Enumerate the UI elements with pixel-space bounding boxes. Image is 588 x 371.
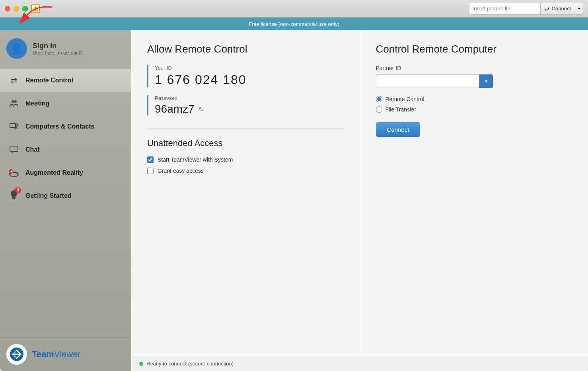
nav-items: ⇄ Remote Control Meeting [0,67,131,337]
titlebar-partner-id-input[interactable] [469,3,541,15]
titlebar-connect-button[interactable]: ⇄ Connect [541,3,575,15]
svg-rect-3 [10,123,16,127]
sign-in-text[interactable]: Sign In [33,42,83,50]
computers-contacts-icon [8,121,20,133]
partner-id-section: Partner ID ▾ [376,65,572,88]
meeting-label: Meeting [25,100,49,107]
connection-type-radio-group: Remote Control File Transfer [376,96,572,113]
partner-input-row: ▾ [376,74,572,88]
content-main: Allow Remote Control Your ID 1 676 024 1… [131,30,588,356]
status-bar: Ready to connect (secure connection) [131,356,588,371]
sidebar-item-computers-contacts[interactable]: Computers & Contacts [0,115,131,138]
augmented-reality-label: Augmented Reality [25,169,83,176]
partner-id-dropdown[interactable]: ▾ [479,74,493,88]
status-text: Ready to connect (secure connection) [146,361,234,367]
meeting-icon [8,98,20,109]
partner-id-label: Partner ID [376,65,572,71]
password-label: Password [155,95,204,101]
warning-button[interactable]: ⚠️ [31,4,40,13]
augmented-reality-icon: ★ [8,167,20,179]
start-with-system-checkbox[interactable] [147,156,154,163]
remote-control-radio-row: Remote Control [376,96,572,102]
sidebar-item-remote-control[interactable]: ⇄ Remote Control [0,69,131,92]
unattended-access-title: Unattended Access [147,138,344,148]
sidebar-item-chat[interactable]: Chat [0,138,131,161]
file-transfer-radio-label: File Transfer [386,106,417,113]
user-info: Sign In Don't have an account? [33,42,83,56]
password-text: 96amz7 [155,103,195,115]
sidebar-item-getting-started[interactable]: 3 Getting Started [0,184,131,207]
grant-easy-access-checkbox[interactable] [147,168,154,174]
file-transfer-radio[interactable] [376,106,382,113]
titlebar: ⚠️ ⇄ Connect ▾ [0,0,588,18]
viewer-text: Viewer [54,349,81,359]
file-transfer-radio-row: File Transfer [376,106,572,113]
remote-control-label: Remote Control [25,77,73,84]
svg-rect-10 [13,199,15,199]
teamviewer-brand: TeamViewer [32,349,81,359]
sidebar-item-meeting[interactable]: Meeting [0,92,131,115]
refresh-icon[interactable]: ↻ [199,105,204,113]
control-remote-panel: Control Remote Computer Partner ID ▾ Rem… [360,30,588,356]
svg-point-1 [12,100,14,103]
traffic-lights [5,6,28,12]
remote-control-icon: ⇄ [8,74,20,86]
remote-control-radio-label: Remote Control [386,96,424,102]
avatar: 👤 [6,38,27,59]
team-text: Team [32,349,54,359]
allow-remote-panel: Allow Remote Control Your ID 1 676 024 1… [131,30,360,356]
sign-in-subtitle: Don't have an account? [33,50,83,56]
control-remote-title: Control Remote Computer [376,43,572,55]
remote-control-radio[interactable] [376,96,382,102]
close-button[interactable] [5,6,10,12]
your-id-section: Your ID 1 676 024 180 [147,65,344,87]
start-with-system-row: Start TeamViewer with System [147,156,344,163]
getting-started-badge: 3 [15,187,21,193]
sidebar: 👤 Sign In Don't have an account? ⇄ Remot… [0,30,131,371]
minimize-button[interactable] [14,6,19,12]
titlebar-connect-label: Connect [552,6,571,12]
chat-icon [8,144,20,156]
connect-button[interactable]: Connect [376,122,421,137]
sidebar-item-augmented-reality[interactable]: ★ Augmented Reality [0,161,131,184]
connect-arrows-icon: ⇄ [545,6,549,12]
teamviewer-logo [6,344,27,365]
your-id-label: Your ID [155,65,344,71]
badge-container: 3 [9,189,19,203]
allow-remote-title: Allow Remote Control [147,43,344,55]
svg-rect-9 [12,197,16,199]
content-area: Allow Remote Control Your ID 1 676 024 1… [131,30,588,371]
divider [147,128,344,129]
avatar-icon: 👤 [10,43,23,55]
titlebar-controls: ⇄ Connect ▾ [469,3,583,15]
svg-point-2 [14,100,17,103]
license-banner: Free license (non-commercial use only) [0,18,588,30]
start-with-system-label: Start TeamViewer with System [158,156,233,163]
your-id-value: 1 676 024 180 [155,72,344,87]
status-dot [139,362,143,366]
warning-icon: ⚠️ [32,6,39,12]
partner-id-input[interactable] [376,74,479,88]
getting-started-icon: 3 [8,190,20,202]
chat-label: Chat [25,146,40,153]
banner-text: Free license (non-commercial use only) [249,21,339,27]
svg-rect-5 [10,146,18,152]
maximize-button[interactable] [22,6,28,12]
titlebar-connect-dropdown[interactable]: ▾ [575,3,583,15]
main-layout: 👤 Sign In Don't have an account? ⇄ Remot… [0,30,588,371]
grant-easy-access-label: Grant easy access [158,168,204,174]
getting-started-label: Getting Started [25,192,72,199]
password-value: 96amz7 ↻ [155,103,204,115]
svg-point-4 [15,124,18,126]
user-section: 👤 Sign In Don't have an account? [0,30,131,67]
grant-easy-access-row: Grant easy access [147,168,344,174]
computers-contacts-label: Computers & Contacts [25,123,94,130]
password-section: Password 96amz7 ↻ [155,95,204,115]
svg-text:★: ★ [10,170,14,173]
sidebar-bottom: TeamViewer [0,337,131,371]
